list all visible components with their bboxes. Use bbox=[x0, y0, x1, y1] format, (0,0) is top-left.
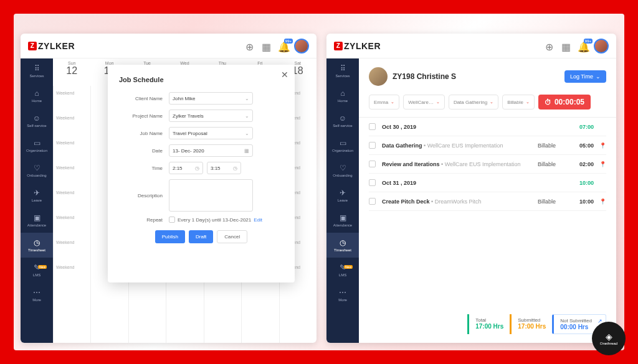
sidebar-item-onboarding[interactable]: ♡Onboarding bbox=[326, 158, 359, 183]
sidebar-item-services[interactable]: ⠿Services bbox=[21, 58, 53, 83]
sidebar-item-more[interactable]: ⋯More bbox=[21, 282, 53, 307]
location-icon[interactable]: 📍 bbox=[594, 198, 606, 205]
sidebar-item-label: Organization bbox=[332, 149, 353, 152]
entry-checkbox[interactable] bbox=[369, 123, 376, 130]
filter-label: Billable bbox=[507, 100, 523, 105]
date-label: Date bbox=[119, 148, 169, 154]
time-entry-row: Create Pitch Deck • DreamWorks PitchBill… bbox=[369, 192, 606, 211]
entry-checkbox[interactable] bbox=[369, 142, 376, 149]
sidebar-item-label: Home bbox=[32, 99, 42, 103]
sidebar-item-leave[interactable]: ✈Leave bbox=[21, 183, 53, 208]
timer-value: 00:00:05 bbox=[555, 98, 584, 106]
repeat-text: Every 1 Day(s) until 13-Dec-2021 bbox=[178, 217, 251, 223]
sidebar-item-organization[interactable]: ▭Organization bbox=[21, 133, 53, 158]
entry-text: Oct 30 , 2019 bbox=[382, 124, 538, 130]
plus-icon[interactable]: ⊕ bbox=[245, 41, 255, 51]
sidebar-item-label: Organization bbox=[26, 149, 47, 152]
sidebar-item-label: Leave bbox=[338, 198, 348, 202]
new-badge: New bbox=[38, 265, 47, 269]
filter-select[interactable]: Billable⌄ bbox=[502, 95, 535, 110]
time-to-input[interactable]: 3:15◷ bbox=[207, 162, 241, 174]
tile-icon[interactable]: ▦ bbox=[262, 41, 272, 51]
location-icon[interactable]: 📍 bbox=[594, 161, 606, 167]
repeat-checkbox[interactable] bbox=[169, 217, 175, 223]
log-time-button[interactable]: Log Time⌄ bbox=[564, 70, 606, 83]
close-icon[interactable]: ✕ bbox=[281, 70, 288, 80]
schedule-panel: ZZYLKER ⊕ ▦ 🔔 ⠿Services⌂Home☺Self-servic… bbox=[21, 34, 317, 343]
entry-text: Data Gathering • WellCare EUS Implementa… bbox=[382, 142, 538, 149]
cancel-button[interactable]: Cancel bbox=[217, 230, 247, 243]
bell-icon[interactable]: 🔔 bbox=[578, 41, 588, 51]
sidebar-item-home[interactable]: ⌂Home bbox=[21, 83, 53, 108]
date-input[interactable]: 13- Dec- 2020▦ bbox=[169, 144, 253, 157]
sidebar-item-organization[interactable]: ▭Organization bbox=[326, 133, 359, 158]
more-icon: ⋯ bbox=[338, 288, 347, 297]
top-header: ZZYLKER ⊕ ▦ 🔔 bbox=[326, 34, 616, 58]
entry-checkbox[interactable] bbox=[369, 179, 376, 186]
self-service-icon: ☺ bbox=[32, 114, 41, 123]
description-input[interactable] bbox=[169, 179, 253, 212]
filter-select[interactable]: Emma⌄ bbox=[369, 95, 399, 110]
plus-icon[interactable]: ⊕ bbox=[545, 41, 555, 51]
chevron-down-icon: ⌄ bbox=[245, 113, 249, 119]
user-avatar[interactable] bbox=[369, 67, 388, 86]
sidebar-item-services[interactable]: ⠿Services bbox=[326, 58, 359, 83]
edit-link[interactable]: Edit bbox=[254, 217, 262, 223]
publish-button[interactable]: Publish bbox=[155, 230, 185, 243]
organization-icon: ▭ bbox=[32, 139, 41, 147]
modal-title: Job Schedule bbox=[119, 76, 283, 83]
project-select[interactable]: Zylker Travels⌄ bbox=[169, 110, 253, 122]
entry-hours: 02:00 bbox=[569, 161, 594, 167]
repeat-label: Repeat bbox=[119, 217, 169, 223]
day-column[interactable]: WeekendWeekendWeekendWeekendWeekendWeeke… bbox=[53, 86, 90, 343]
user-name: ZY198 Christine S bbox=[393, 72, 456, 81]
sidebar-item-attendance[interactable]: ▣Attendance bbox=[326, 208, 359, 233]
day-of-week: Sun bbox=[53, 61, 90, 65]
timer[interactable]: 00:00:05 bbox=[538, 95, 591, 110]
location-icon[interactable]: 📍 bbox=[594, 142, 606, 149]
chevron-down-icon: ⌄ bbox=[596, 73, 601, 80]
entry-text: Review and Iterations • WellCare EUS Imp… bbox=[382, 161, 538, 167]
tile-icon[interactable]: ▦ bbox=[561, 41, 571, 51]
summary-total: Total17:00 Hrs bbox=[467, 314, 510, 334]
sidebar-item-lms[interactable]: ✎LMSNew bbox=[21, 258, 53, 282]
sidebar-item-label: Onboarding bbox=[27, 174, 46, 177]
filter-select[interactable]: WellCare…⌄ bbox=[403, 95, 445, 110]
sidebar-item-label: Timesheet bbox=[28, 248, 45, 252]
sidebar-item-selfservice[interactable]: ☺Self-service bbox=[21, 108, 53, 133]
entry-checkbox[interactable] bbox=[369, 161, 376, 167]
job-label: Job Name bbox=[119, 131, 169, 136]
sidebar-item-onboarding[interactable]: ♡Onboarding bbox=[21, 158, 53, 183]
draft-button[interactable]: Draft bbox=[189, 230, 213, 243]
entry-hours: 05:00 bbox=[569, 142, 594, 149]
weekend-label: Weekend bbox=[56, 116, 83, 120]
filter-select[interactable]: Data Gathering⌄ bbox=[449, 95, 498, 110]
time-from-input[interactable]: 2:15◷ bbox=[169, 162, 203, 174]
top-header: ZZYLKER ⊕ ▦ 🔔 bbox=[21, 34, 317, 58]
bell-icon[interactable]: 🔔 bbox=[278, 41, 288, 51]
sidebar-item-attendance[interactable]: ▣Attendance bbox=[21, 208, 53, 233]
client-select[interactable]: John Mike⌄ bbox=[169, 92, 253, 105]
day-header[interactable]: Sun12 bbox=[53, 58, 90, 86]
weekend-label: Weekend bbox=[56, 215, 83, 220]
sidebar-item-timesheet[interactable]: ◷Timesheet bbox=[326, 233, 359, 258]
more-icon: ⋯ bbox=[32, 288, 41, 297]
entry-checkbox[interactable] bbox=[369, 198, 376, 205]
sidebar-item-label: Leave bbox=[32, 198, 42, 202]
job-select[interactable]: Travel Proposal⌄ bbox=[169, 127, 253, 139]
sidebar-item-leave[interactable]: ✈Leave bbox=[326, 183, 359, 208]
sidebar-item-lms[interactable]: ✎LMSNew bbox=[326, 258, 359, 282]
sidebar-item-home[interactable]: ⌂Home bbox=[326, 83, 359, 108]
avatar[interactable] bbox=[294, 39, 309, 54]
job-schedule-modal: ✕ Job Schedule Client NameJohn Mike⌄ Pro… bbox=[108, 65, 295, 282]
sidebar: ⠿Services⌂Home☺Self-service▭Organization… bbox=[326, 58, 359, 343]
weekend-label: Weekend bbox=[56, 240, 83, 245]
entry-hours: 10:00 bbox=[569, 198, 594, 205]
time-entry-row: Data Gathering • WellCare EUS Implementa… bbox=[369, 136, 606, 155]
avatar[interactable] bbox=[594, 39, 609, 54]
clock-icon: ◷ bbox=[195, 166, 199, 171]
clock-icon: ◷ bbox=[233, 166, 237, 171]
sidebar-item-timesheet[interactable]: ◷Timesheet bbox=[21, 233, 53, 258]
sidebar-item-more[interactable]: ⋯More bbox=[326, 282, 359, 307]
sidebar-item-selfservice[interactable]: ☺Self-service bbox=[326, 108, 359, 133]
